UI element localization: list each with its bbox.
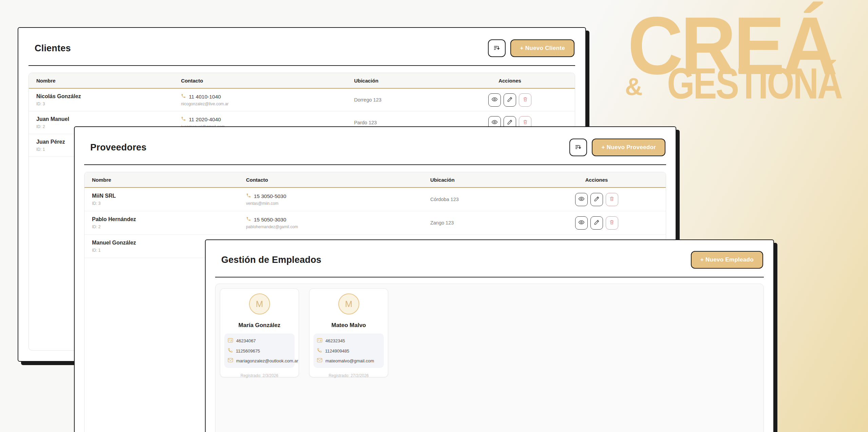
supplier-id: ID: 2 xyxy=(92,224,239,229)
contact-cell: 15 5050-3030 pablohernandez@gamil.com xyxy=(239,216,423,229)
clientes-sort-button[interactable] xyxy=(488,39,506,57)
view-button[interactable] xyxy=(488,93,501,107)
trash-icon xyxy=(609,196,615,203)
name-cell: MiiN SRL ID: 3 xyxy=(84,193,239,206)
supplier-email: pablohernandez@gamil.com xyxy=(246,224,423,229)
actions-cell xyxy=(527,193,666,206)
delete-button[interactable] xyxy=(606,216,618,230)
clientes-page-title: Clientes xyxy=(35,43,71,54)
clientes-header: Clientes + Nuevo Cliente xyxy=(29,37,575,66)
view-button[interactable] xyxy=(575,216,588,230)
location-cell: Dorrego 123 xyxy=(346,97,445,103)
trash-icon xyxy=(609,219,615,226)
employee-info-box: 46232345 1124909485 mateomalvo@gmail.com xyxy=(314,334,384,368)
sort-descending-icon xyxy=(574,143,582,152)
location-cell: Córdoba 123 xyxy=(423,197,527,202)
headline-line2-text: GESTIONÁ xyxy=(667,63,842,104)
marketing-screenshot-canvas: CREÁ & GESTIONÁ Clientes + Nuevo Cliente… xyxy=(0,0,868,432)
employee-email: mariagonzalez@outlook.com.ar xyxy=(236,358,298,363)
proveedores-sort-button[interactable] xyxy=(569,139,587,156)
supplier-name: MiiN SRL xyxy=(92,193,239,199)
table-row: Nicolás González ID: 3 11 4010-1040 nico… xyxy=(29,89,575,111)
supplier-phone: 15 5050-3030 xyxy=(254,217,286,223)
empleados-header-actions: + Nuevo Empleado xyxy=(691,251,763,269)
proveedores-header-actions: + Nuevo Proveedor xyxy=(569,139,665,156)
client-name: Juan Manuel xyxy=(36,116,173,122)
phone-icon xyxy=(228,348,233,354)
column-header-ubicacion: Ubicación xyxy=(423,177,527,183)
client-name: Nicolás González xyxy=(36,93,173,100)
proveedores-header: Proveedores + Nuevo Proveedor xyxy=(84,136,666,165)
delete-button[interactable] xyxy=(519,93,531,107)
new-cliente-button[interactable]: + Nuevo Cliente xyxy=(510,39,574,57)
employee-card[interactable]: M Mateo Malvo 46232345 1124909485 mateom… xyxy=(309,288,388,377)
phone-icon xyxy=(246,216,251,223)
new-proveedor-button[interactable]: + Nuevo Proveedor xyxy=(592,139,665,156)
clientes-table-header: Nombre Contacto Ubicación Acciones xyxy=(29,73,575,89)
id-card-icon xyxy=(228,338,233,344)
name-cell: Nicolás González ID: 3 xyxy=(29,93,173,106)
column-header-contacto: Contacto xyxy=(239,177,423,183)
name-cell: Pablo Hernández ID: 2 xyxy=(84,216,239,229)
edit-button[interactable] xyxy=(590,216,603,230)
envelope-icon xyxy=(317,358,322,363)
phone-icon xyxy=(246,193,251,199)
pencil-icon xyxy=(594,196,600,203)
column-header-nombre: Nombre xyxy=(29,78,173,84)
registered-date: Registrado: 27/2/2026 xyxy=(314,373,384,378)
contact-cell: 15 3050-5030 ventas@miin.com xyxy=(239,193,423,206)
employee-email: mateomalvo@gmail.com xyxy=(325,358,374,363)
brand-headline: CREÁ & GESTIONÁ xyxy=(625,5,842,104)
employee-name: Mateo Malvo xyxy=(314,322,384,329)
employee-info-box: 46234067 1125609675 mariagonzalez@outloo… xyxy=(224,334,295,368)
edit-button[interactable] xyxy=(590,193,603,206)
id-card-icon xyxy=(317,338,322,344)
proveedores-table-header: Nombre Contacto Ubicación Acciones xyxy=(84,172,666,188)
employee-name: María González xyxy=(224,322,295,329)
location-cell: Zango 123 xyxy=(423,220,527,226)
pencil-icon xyxy=(507,96,513,103)
client-email: nicogonzalez@live.com.ar xyxy=(181,102,346,106)
column-header-nombre: Nombre xyxy=(84,177,239,183)
location-cell: Pardo 123 xyxy=(346,120,445,125)
supplier-name: Pablo Hernández xyxy=(92,216,239,222)
client-phone: 11 4010-1040 xyxy=(189,94,221,100)
phone-icon xyxy=(317,348,322,354)
envelope-icon xyxy=(228,358,233,363)
phone-icon xyxy=(181,93,186,100)
employee-dni: 46234067 xyxy=(236,338,256,343)
pencil-icon xyxy=(507,119,513,126)
eye-icon xyxy=(491,119,498,126)
eye-icon xyxy=(578,219,585,227)
employee-phone: 1125609675 xyxy=(236,348,260,354)
empleados-page-title: Gestión de Empleados xyxy=(221,255,321,265)
client-phone: 11 2020-4040 xyxy=(189,116,221,123)
delete-button[interactable] xyxy=(606,193,618,206)
column-header-acciones: Acciones xyxy=(445,78,575,84)
avatar: M xyxy=(338,293,359,314)
supplier-phone: 15 3050-5030 xyxy=(254,193,286,199)
trash-icon xyxy=(523,119,528,126)
clientes-header-actions: + Nuevo Cliente xyxy=(488,39,574,57)
employee-dni: 46232345 xyxy=(325,338,345,343)
employee-card[interactable]: M María González 46234067 1125609675 mar… xyxy=(220,288,299,377)
edit-button[interactable] xyxy=(504,93,516,107)
new-empleado-button[interactable]: + Nuevo Empleado xyxy=(691,251,763,269)
view-button[interactable] xyxy=(575,193,588,206)
sort-descending-icon xyxy=(493,44,501,53)
contact-cell: 11 4010-1040 nicogonzalez@live.com.ar xyxy=(173,93,346,106)
column-header-ubicacion: Ubicación xyxy=(346,78,445,84)
pencil-icon xyxy=(594,219,600,226)
table-row: Pablo Hernández ID: 2 15 5050-3030 pablo… xyxy=(84,211,666,235)
eye-icon xyxy=(491,96,498,104)
eye-icon xyxy=(578,196,585,203)
proveedores-page-title: Proveedores xyxy=(90,142,147,153)
phone-icon xyxy=(181,116,186,123)
actions-cell xyxy=(527,216,666,230)
empleados-window: Gestión de Empleados + Nuevo Empleado M … xyxy=(205,239,774,432)
registered-date: Registrado: 2/3/2026 xyxy=(224,373,295,378)
employee-cards-panel: M María González 46234067 1125609675 mar… xyxy=(215,284,764,432)
table-row: MiiN SRL ID: 3 15 3050-5030 ventas@miin.… xyxy=(84,188,666,211)
column-header-contacto: Contacto xyxy=(173,78,346,84)
avatar: M xyxy=(249,293,270,314)
